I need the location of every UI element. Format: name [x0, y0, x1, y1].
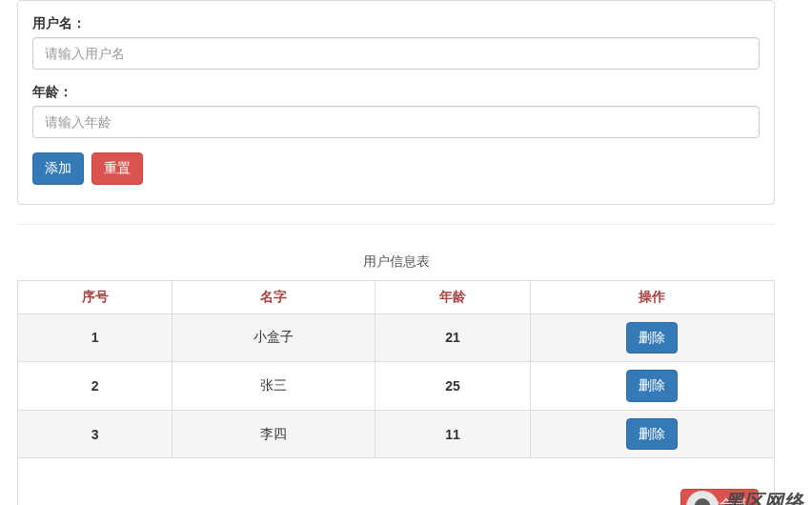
table-row: 1小盒子21删除: [18, 313, 775, 362]
table-row: 2张三25删除: [18, 362, 775, 411]
table-caption: 用户信息表: [17, 244, 775, 280]
cell-age: 11: [376, 410, 530, 458]
age-label: 年龄：: [32, 84, 760, 101]
add-button[interactable]: 添加: [32, 152, 84, 185]
form-panel: 用户名： 年龄： 添加 重置: [17, 0, 775, 205]
username-label: 用户名：: [32, 15, 760, 32]
divider: [17, 224, 775, 225]
cell-name: 张三: [173, 362, 376, 411]
th-name: 名字: [173, 280, 376, 313]
cell-action: 删除: [530, 410, 774, 458]
table-footer: 删除全部: [18, 458, 775, 505]
cell-action: 删除: [530, 362, 774, 411]
cell-name: 李四: [173, 410, 376, 458]
table-row: 3李四11删除: [18, 410, 775, 458]
cell-index: 1: [18, 313, 173, 362]
cell-name: 小盒子: [173, 313, 376, 362]
th-age: 年龄: [376, 280, 530, 313]
delete-all-button[interactable]: 删除全部: [680, 489, 759, 505]
cell-action: 删除: [530, 313, 774, 362]
age-input[interactable]: [32, 106, 760, 138]
user-table: 序号 名字 年龄 操作 1小盒子21删除2张三25删除3李四11删除 删除全部: [17, 280, 775, 505]
delete-button[interactable]: 删除: [626, 370, 678, 402]
cell-index: 2: [18, 362, 173, 411]
username-input[interactable]: [32, 37, 760, 70]
delete-button[interactable]: 删除: [626, 322, 678, 354]
reset-button[interactable]: 重置: [91, 152, 143, 185]
th-index: 序号: [18, 280, 173, 313]
th-action: 操作: [530, 280, 774, 313]
cell-age: 25: [376, 362, 530, 411]
cell-age: 21: [376, 313, 530, 362]
delete-button[interactable]: 删除: [626, 418, 678, 451]
cell-index: 3: [18, 410, 173, 458]
